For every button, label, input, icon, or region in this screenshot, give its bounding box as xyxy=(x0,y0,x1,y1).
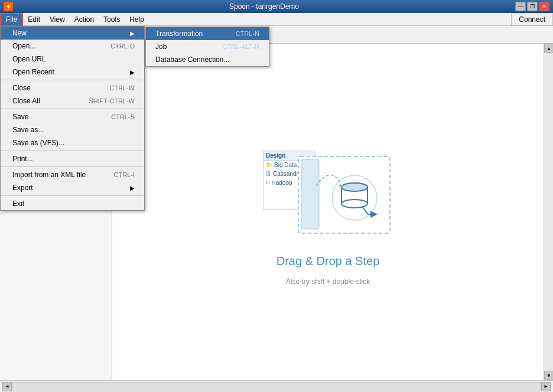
illustration-graphic: Design 📁 Big Data 🗄 Cassandr... H Hadoop xyxy=(263,139,393,245)
canvas-content: Design 📁 Big Data 🗄 Cassandr... H Hadoop xyxy=(112,44,544,380)
menu-new-arrow: ▶ xyxy=(130,30,135,37)
menu-open-shortcut: CTRL-O xyxy=(110,43,135,50)
new-transformation-label: Transformation xyxy=(155,30,203,38)
sep5 xyxy=(1,195,144,196)
new-submenu: Transformation CTRL-N Job CTRL-ALT-N Dat… xyxy=(145,27,269,67)
app-title: Spoon - tanrgenDemo xyxy=(13,2,515,11)
connect-button[interactable]: Connect xyxy=(511,14,553,25)
new-transformation[interactable]: Transformation CTRL-N xyxy=(146,27,269,40)
menu-export-arrow: ▶ xyxy=(130,185,135,191)
menu-save-as[interactable]: Save as... xyxy=(1,123,144,136)
status-bar: ◄ ► xyxy=(0,380,553,392)
illustration-svg xyxy=(263,139,393,245)
svg-point-8 xyxy=(341,183,367,191)
sep2 xyxy=(1,109,144,109)
menu-item-file[interactable]: File xyxy=(0,13,23,26)
menu-save-vfs[interactable]: Save as (VFS)... xyxy=(1,136,144,149)
menu-export-label: Export xyxy=(12,184,33,192)
menu-open-recent-arrow: ▶ xyxy=(130,69,135,76)
menu-exit-label: Exit xyxy=(12,200,24,208)
new-job-shortcut: CTRL-ALT-N xyxy=(222,43,259,50)
menu-open[interactable]: Open... CTRL-O xyxy=(1,40,144,53)
menu-save-shortcut: CTRL-S xyxy=(111,113,135,120)
menu-bar-wrapper: File Edit View Action Tools Help Connect… xyxy=(0,13,553,26)
app-icon: ✦ xyxy=(4,2,13,11)
menu-item-action[interactable]: Action xyxy=(70,13,99,26)
restore-button[interactable]: ❐ xyxy=(527,2,538,11)
canvas-area[interactable]: Design 📁 Big Data 🗄 Cassandr... H Hadoop xyxy=(112,44,544,380)
menu-save-as-label: Save as... xyxy=(12,126,44,134)
menu-close-label: Close xyxy=(12,84,31,92)
menu-close-shortcut: CTRL-W xyxy=(109,84,135,92)
menu-item-edit[interactable]: Edit xyxy=(23,13,45,26)
svg-rect-1 xyxy=(301,159,319,229)
new-job-label: Job xyxy=(155,43,167,51)
menu-bar: File Edit View Action Tools Help Connect xyxy=(0,13,553,26)
menu-exit[interactable]: Exit xyxy=(1,197,144,210)
menu-import-xml-label: Import from an XML file xyxy=(12,171,86,179)
new-db-connection-label: Database Connection... xyxy=(155,55,229,64)
menu-save-label: Save xyxy=(12,113,28,121)
menu-new[interactable]: New ▶ Transformation CTRL-N Job CTRL-ALT… xyxy=(1,27,144,40)
sep1 xyxy=(1,80,144,80)
menu-new-label: New xyxy=(12,29,27,37)
window-controls: — ❐ ✕ xyxy=(515,2,549,11)
menu-print[interactable]: Print... xyxy=(1,152,144,165)
scrollbar-horizontal[interactable] xyxy=(12,382,541,391)
menu-close[interactable]: Close CTRL-W xyxy=(1,81,144,94)
sep3 xyxy=(1,151,144,151)
menu-print-label: Print... xyxy=(12,155,33,163)
menu-item-tools[interactable]: Tools xyxy=(99,13,125,26)
new-db-connection[interactable]: Database Connection... xyxy=(146,53,269,66)
scroll-up-btn[interactable]: ▲ xyxy=(544,44,553,53)
menu-save[interactable]: Save CTRL-S xyxy=(1,110,144,123)
file-dropdown: New ▶ Transformation CTRL-N Job CTRL-ALT… xyxy=(0,26,145,211)
menu-save-vfs-label: Save as (VFS)... xyxy=(12,139,64,147)
close-button[interactable]: ✕ xyxy=(539,2,549,11)
menu-close-all-label: Close All xyxy=(12,97,40,105)
scroll-track-v[interactable] xyxy=(544,53,553,371)
scrollbar-vertical[interactable]: ▲ ▼ xyxy=(544,44,553,380)
menu-export[interactable]: Export ▶ xyxy=(1,181,144,194)
scroll-left-btn[interactable]: ◄ xyxy=(2,382,12,391)
menu-open-url-label: Open URL xyxy=(12,55,46,63)
menu-close-all[interactable]: Close All SHIFT-CTRL-W xyxy=(1,94,144,107)
menu-open-label: Open... xyxy=(12,42,35,50)
illustration: Design 📁 Big Data 🗄 Cassandr... H Hadoop xyxy=(263,139,393,286)
menu-import-xml-shortcut: CTRL-I xyxy=(114,171,135,178)
menu-close-all-shortcut: SHIFT-CTRL-W xyxy=(89,97,135,104)
scroll-down-btn[interactable]: ▼ xyxy=(544,371,553,380)
minimize-button[interactable]: — xyxy=(515,2,526,11)
new-job[interactable]: Job CTRL-ALT-N xyxy=(146,40,269,53)
menu-open-url[interactable]: Open URL xyxy=(1,53,144,66)
drag-drop-title: Drag & Drop a Step xyxy=(276,254,380,268)
menu-item-view[interactable]: View xyxy=(45,13,70,26)
menu-import-xml[interactable]: Import from an XML file CTRL-I xyxy=(1,168,144,181)
drag-drop-subtitle: Also try shift + double-click xyxy=(286,277,370,286)
scroll-right-btn[interactable]: ► xyxy=(541,382,551,391)
new-transformation-shortcut: CTRL-N xyxy=(236,30,259,37)
title-bar: ✦ Spoon - tanrgenDemo — ❐ ✕ xyxy=(0,0,553,13)
sep4 xyxy=(1,166,144,167)
menu-item-help[interactable]: Help xyxy=(125,13,149,26)
menu-open-recent[interactable]: Open Recent ▶ xyxy=(1,66,144,79)
menu-open-recent-label: Open Recent xyxy=(12,68,54,76)
